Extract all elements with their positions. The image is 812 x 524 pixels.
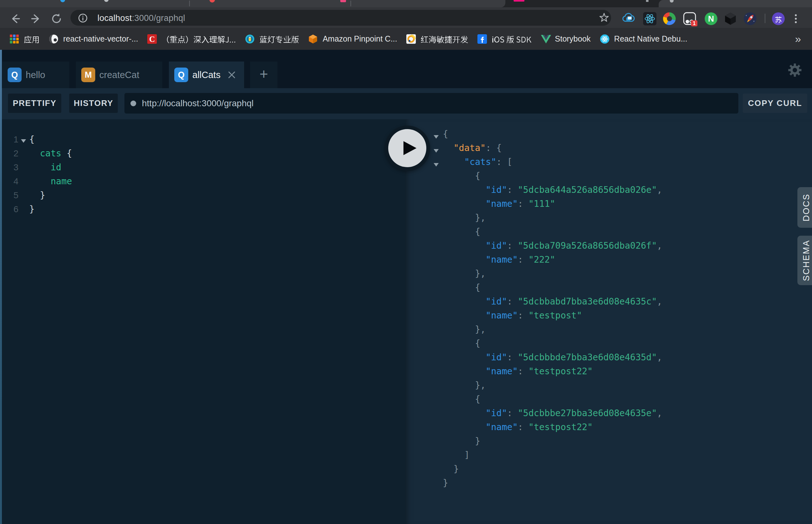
extension-cloud-photos-icon[interactable]: [622, 12, 636, 26]
bookmark-amazon-pinpoint[interactable]: Amazon Pinpoint C...: [305, 31, 401, 47]
fold-arrow-icon[interactable]: [434, 135, 439, 138]
back-button[interactable]: [9, 12, 21, 25]
code-line: {: [443, 337, 662, 350]
browser-tab-group[interactable]: [0, 0, 505, 7]
globe-icon: [49, 34, 59, 44]
svg-text:C: C: [149, 35, 155, 44]
bookmark-react-native-vector[interactable]: react-native-vector-...: [45, 31, 142, 47]
bookmark-label: React Native Debu...: [614, 34, 688, 44]
tab-separator: [189, 1, 190, 6]
browser-active-tab[interactable]: [659, 0, 812, 7]
amazon-cube-icon: [308, 34, 318, 44]
forward-button[interactable]: [30, 12, 42, 25]
line-number: 2: [0, 147, 18, 161]
code-line: "id": "5dcba709a526a8656dba026f",: [443, 239, 662, 253]
profile-initial: [775, 14, 782, 24]
address-bar[interactable]: localhost:3000/graphql: [70, 10, 611, 26]
bookmark-label: react-native-vector-...: [63, 34, 138, 44]
code-line: {: [443, 225, 662, 239]
code-line: ]: [443, 448, 662, 462]
endpoint-url-box: [124, 93, 738, 114]
bookmark-label: [162, 32, 236, 46]
code-line: "data": {: [443, 141, 662, 155]
session-tab-allcats[interactable]: Q allCats: [169, 62, 244, 88]
bookmark-label: [24, 32, 40, 46]
line-number: 4: [0, 175, 18, 189]
tab-favicon: [514, 0, 524, 2]
mutation-badge: M: [81, 68, 95, 82]
prettify-button[interactable]: PRETTIFY: [8, 94, 61, 113]
url-text[interactable]: localhost:3000/graphql: [97, 13, 185, 23]
tab-separator: [350, 1, 351, 6]
settings-gear-icon[interactable]: [788, 63, 802, 77]
code-line: {: [443, 281, 662, 295]
code-line: }: [443, 476, 662, 490]
code-line: }: [443, 462, 662, 476]
execute-query-button[interactable]: [385, 126, 430, 171]
toolbar-separator: [765, 14, 765, 23]
endpoint-input[interactable]: [142, 93, 732, 114]
code-line: "cats": [: [443, 155, 662, 169]
lantern-icon: [245, 34, 255, 44]
session-tab-hello[interactable]: Q hello: [2, 62, 69, 88]
fold-arrow-icon[interactable]: [434, 163, 439, 166]
close-tab-icon[interactable]: [228, 71, 236, 79]
session-tab-createcat[interactable]: M createCat: [76, 62, 162, 88]
bookmarks-overflow-chevron[interactable]: »: [790, 30, 806, 47]
new-session-tab-button[interactable]: +: [250, 62, 277, 88]
extension-cube-icon[interactable]: [723, 12, 737, 26]
bookmark-label: [420, 32, 468, 46]
reload-button[interactable]: [50, 12, 63, 25]
code-line: "name": "testpost22": [443, 364, 662, 378]
browser-menu-button[interactable]: [791, 12, 801, 26]
response-json: { "data": { "cats": [ { "id": "5dcba644a…: [443, 127, 662, 490]
extension-screenshot-icon[interactable]: 1: [683, 12, 697, 26]
bookmark-ios-sdk[interactable]: iOS 版 SDK: [474, 31, 535, 47]
svg-text:1: 1: [693, 21, 696, 26]
fold-arrow-icon[interactable]: [21, 139, 26, 143]
query-editor-pane[interactable]: 123456 { cats { id name }}: [0, 119, 405, 524]
endpoint-status-dot: [130, 101, 136, 106]
bookmark-landeng[interactable]: 蓝灯专业版: [242, 31, 303, 47]
session-tab-label: allCats: [192, 70, 221, 80]
extension-n-icon[interactable]: N: [704, 12, 718, 26]
bookmark-label: Storybook: [555, 34, 591, 44]
extension-react-devtools-icon[interactable]: [643, 12, 657, 26]
extension-rocket-icon[interactable]: [743, 12, 757, 26]
query-line-numbers: 123456: [0, 133, 18, 216]
code-line: },: [443, 323, 662, 337]
profile-avatar[interactable]: 苏: [771, 12, 785, 26]
bookmark-honghai[interactable]: 红海敏捷开发: [403, 31, 472, 47]
line-number: 1: [0, 133, 18, 147]
query-code[interactable]: { cats { id name }}: [29, 133, 72, 216]
docs-side-tab[interactable]: DOCS: [797, 187, 812, 228]
history-button[interactable]: HISTORY: [69, 94, 118, 113]
svg-text:N: N: [708, 14, 714, 23]
bookmark-react-native-debugger[interactable]: React Native Debu...: [596, 31, 691, 47]
bookmarks-bar: 应用 react-native-vector-... C （重点）深入理解J..…: [0, 28, 812, 50]
bookmark-star-icon[interactable]: [599, 13, 609, 23]
code-line: "name": "222": [443, 253, 662, 267]
tab-favicon: [646, 0, 649, 2]
bookmark-apps[interactable]: 应用: [6, 31, 43, 47]
bookmark-label-glyph: [420, 33, 468, 44]
bookmark-label: [492, 32, 531, 46]
schema-side-tab[interactable]: SCHEMA: [797, 236, 812, 285]
browser-toolbar: localhost:3000/graphql: [0, 7, 812, 28]
copy-curl-button[interactable]: COPY CURL: [743, 94, 807, 113]
bookmark-label-glyph: [259, 33, 299, 44]
code-line: },: [443, 378, 662, 392]
bookmark-label: Amazon Pinpoint C...: [322, 34, 397, 44]
site-info-icon[interactable]: [78, 13, 87, 23]
docs-label: DOCS: [801, 194, 811, 222]
extension-color-wheel-icon[interactable]: [663, 12, 676, 26]
orange-ring-icon: [406, 34, 416, 44]
code-line: id: [29, 161, 72, 175]
response-pane[interactable]: { "data": { "cats": [ { "id": "5dcba644a…: [405, 119, 812, 524]
apps-grid-icon: [10, 34, 19, 44]
fold-arrow-icon[interactable]: [434, 149, 439, 152]
bookmark-zhongdian[interactable]: C （重点）深入理解J...: [144, 31, 239, 47]
bookmark-label-glyph: [24, 33, 40, 44]
bookmark-storybook[interactable]: Storybook: [537, 31, 594, 47]
code-line: "id": "5dcba644a526a8656dba026e",: [443, 183, 662, 197]
